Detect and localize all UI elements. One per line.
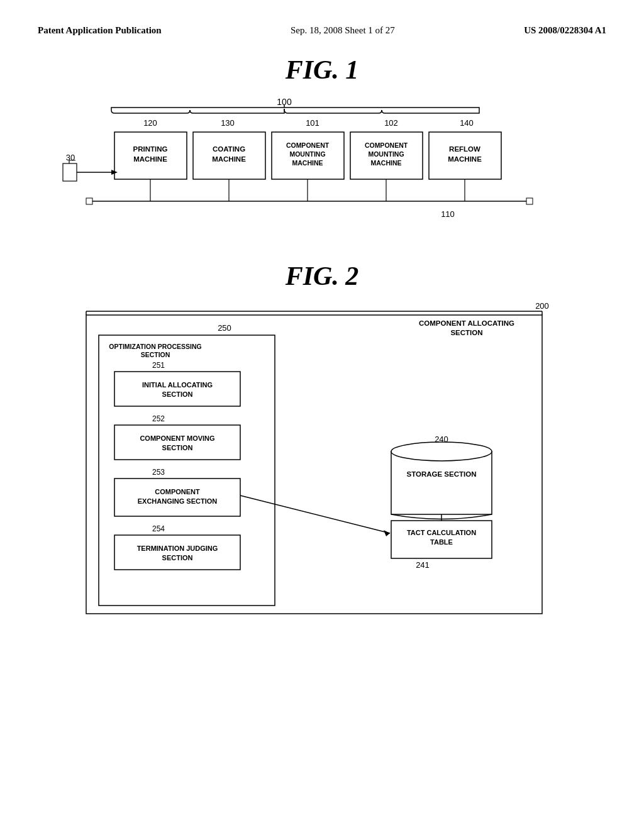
svg-text:TACT CALCULATION: TACT CALCULATION: [407, 529, 476, 536]
svg-text:200: 200: [535, 301, 549, 311]
svg-marker-56: [384, 530, 390, 536]
svg-text:PRINTING: PRINTING: [133, 145, 168, 153]
svg-text:MACHINE: MACHINE: [292, 159, 323, 167]
svg-rect-25: [526, 198, 533, 204]
svg-text:TABLE: TABLE: [430, 538, 453, 546]
header-right: US 2008/0228304 A1: [524, 25, 606, 36]
svg-text:250: 250: [218, 323, 231, 333]
fig1-svg: 100 120 130 101 102 140: [52, 91, 592, 255]
fig2-svg: 200 COMPONENT ALLOCATING SECTION 250 OPT…: [52, 297, 592, 624]
box-initial-allocating: [114, 372, 240, 406]
box-termination-judging: [114, 535, 240, 570]
fig2-title: FIG. 2: [38, 261, 606, 291]
svg-text:140: 140: [460, 118, 474, 128]
svg-text:241: 241: [416, 560, 430, 570]
svg-text:110: 110: [441, 209, 455, 219]
svg-text:COMPONENT: COMPONENT: [365, 141, 408, 149]
svg-text:SECTION: SECTION: [162, 390, 193, 398]
svg-text:MOUNTING: MOUNTING: [289, 150, 325, 158]
fig1-title: FIG. 1: [38, 55, 606, 85]
svg-text:COMPONENT ALLOCATING: COMPONENT ALLOCATING: [419, 319, 514, 327]
svg-rect-24: [86, 198, 92, 204]
fig2-container: FIG. 2 200 COMPONENT ALLOCATING SECTION …: [0, 255, 644, 624]
svg-text:TERMINATION JUDGING: TERMINATION JUDGING: [137, 545, 218, 552]
fig1-diagram: 100 120 130 101 102 140: [52, 91, 592, 255]
svg-text:COMPONENT MOVING: COMPONENT MOVING: [140, 434, 214, 442]
header-left: Patent Application Publication: [38, 25, 162, 36]
svg-text:COATING: COATING: [213, 145, 245, 153]
svg-text:MACHINE: MACHINE: [133, 155, 167, 163]
svg-text:254: 254: [152, 524, 165, 533]
svg-text:101: 101: [306, 118, 319, 128]
box-component-moving: [114, 425, 240, 460]
svg-text:MOUNTING: MOUNTING: [368, 150, 404, 158]
svg-text:SECTION: SECTION: [450, 329, 482, 336]
svg-text:120: 120: [143, 118, 157, 128]
cylinder-storage-top: [391, 442, 492, 461]
svg-text:OPTIMIZATION PROCESSING: OPTIMIZATION PROCESSING: [109, 343, 201, 350]
svg-text:EXCHANGING SECTION: EXCHANGING SECTION: [138, 497, 218, 505]
svg-text:251: 251: [152, 361, 165, 370]
fig2-diagram: 200 COMPONENT ALLOCATING SECTION 250 OPT…: [52, 297, 592, 624]
fig1-container: FIG. 1 100 120 130 101 102: [0, 42, 644, 255]
svg-text:SECTION: SECTION: [141, 351, 170, 358]
svg-text:252: 252: [152, 414, 165, 423]
header-center: Sep. 18, 2008 Sheet 1 of 27: [291, 25, 395, 36]
svg-text:102: 102: [384, 118, 398, 128]
svg-text:253: 253: [152, 468, 165, 477]
header: Patent Application Publication Sep. 18, …: [0, 0, 644, 42]
svg-text:MACHINE: MACHINE: [371, 159, 402, 167]
page: Patent Application Publication Sep. 18, …: [0, 0, 644, 830]
svg-text:MACHINE: MACHINE: [212, 155, 246, 163]
svg-text:STORAGE SECTION: STORAGE SECTION: [407, 470, 477, 478]
svg-text:MACHINE: MACHINE: [448, 155, 482, 163]
svg-text:COMPONENT: COMPONENT: [155, 488, 200, 495]
svg-line-55: [240, 495, 390, 533]
svg-text:SECTION: SECTION: [162, 444, 193, 451]
svg-text:INITIAL ALLOCATING: INITIAL ALLOCATING: [142, 381, 213, 389]
svg-text:SECTION: SECTION: [162, 554, 193, 562]
svg-text:REFLOW: REFLOW: [449, 145, 480, 153]
svg-rect-28: [63, 163, 77, 181]
svg-text:COMPONENT: COMPONENT: [286, 141, 330, 149]
svg-text:30: 30: [66, 153, 75, 162]
svg-text:130: 130: [221, 118, 235, 128]
box-optimization-outer: [99, 335, 275, 606]
